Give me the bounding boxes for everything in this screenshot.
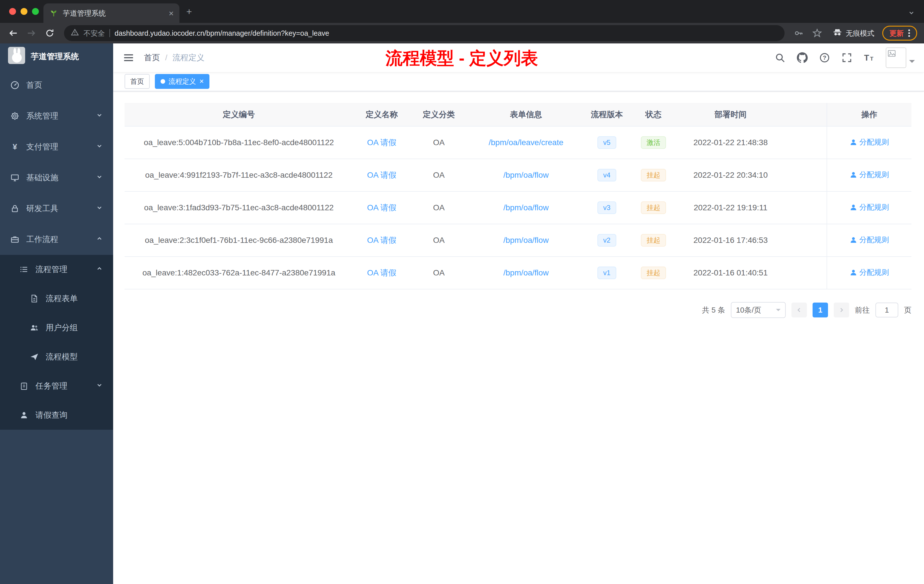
tab-search-caret-icon[interactable] [908,8,915,18]
paper-plane-icon [30,352,39,361]
forward-button[interactable] [24,26,39,41]
table-header-row: 定义编号 定义名称 定义分类 表单信息 流程版本 状态 部署时间 操作 [125,103,911,126]
column-header: 流程版本 [584,103,629,126]
font-size-icon[interactable]: TT [863,52,875,63]
definition-category: OA [410,224,467,257]
security-warning-icon [71,28,79,39]
sidebar-logo[interactable]: 芋道管理系统 [0,43,113,70]
column-header: 表单信息 [467,103,584,126]
new-tab-button[interactable] [186,6,196,16]
browser-tab[interactable]: 芋道管理系统 [43,3,180,23]
column-header: 定义分类 [410,103,467,126]
tab-title: 芋道管理系统 [63,8,164,18]
incognito-icon [833,27,842,39]
current-page-button[interactable]: 1 [813,303,828,317]
prev-page-button[interactable] [792,303,807,317]
fullscreen-icon[interactable] [841,52,853,63]
browser-chrome: 芋道管理系统 不安全 das [0,0,924,43]
table-row: oa_leave:1:482ec033-762a-11ec-8477-a2380… [125,257,911,289]
tab-close-icon[interactable] [168,8,174,18]
sidebar-item-process-management[interactable]: 流程管理 [0,255,113,284]
window-close-button[interactable] [9,8,16,15]
sidebar-item-leave-query[interactable]: 请假查询 [0,401,113,430]
tools-icon [10,204,20,213]
definition-name-link[interactable]: OA 请假 [367,268,396,277]
definition-id: oa_leave:2:3c1f0ef1-76b1-11ec-9c66-a2380… [125,224,353,257]
sidebar-item-label: 流程管理 [35,264,68,275]
help-icon[interactable]: ? [819,52,830,63]
sidebar-item-system-management[interactable]: 系统管理 [0,101,113,132]
chevron-up-icon [96,265,103,274]
sidebar-item-workflow[interactable]: 工作流程 [0,224,113,255]
status-badge: 挂起 [641,267,666,279]
sidebar-item-dev-tools[interactable]: 研发工具 [0,193,113,224]
sidebar-item-task-management[interactable]: 任务管理 [0,371,113,401]
bookmark-star-icon[interactable] [810,26,825,41]
sidebar-item-home[interactable]: 首页 [0,70,113,101]
user-icon [850,139,857,146]
chevron-down-icon [96,173,103,182]
page-size-value: 10条/页 [736,305,761,315]
row-spacer [784,257,827,289]
github-icon[interactable] [797,52,808,63]
svg-text:?: ? [823,54,826,61]
definition-name-link[interactable]: OA 请假 [367,171,396,180]
hamburger-icon[interactable] [122,51,135,64]
payment-icon: ¥ [10,142,20,152]
version-badge: v5 [597,136,616,149]
version-badge: v4 [597,169,616,181]
sidebar-item-payment-management[interactable]: ¥ 支付管理 [0,132,113,162]
breadcrumb-home[interactable]: 首页 [144,52,160,63]
definition-name-link[interactable]: OA 请假 [367,236,396,244]
assign-rule-button[interactable]: 分配规则 [850,235,889,245]
sidebar-item-label: 工作流程 [26,234,58,245]
address-bar[interactable]: 不安全 dashboard.yudao.iocoder.cn/bpm/manag… [64,25,785,41]
table-row: oa_leave:3:1fad3d93-7b75-11ec-a3c8-acde4… [125,191,911,224]
deploy-time: 2022-01-16 01:40:51 [678,257,784,289]
assign-rule-button[interactable]: 分配规则 [850,170,889,180]
assign-rule-button[interactable]: 分配规则 [850,267,889,277]
form-link[interactable]: /bpm/oa/flow [503,236,549,244]
sidebar-submenu: 流程管理 流程表单 用户分组 [0,255,113,430]
sidebar-item-infrastructure[interactable]: 基础设施 [0,162,113,193]
password-key-icon[interactable] [792,26,806,41]
search-icon[interactable] [774,52,786,63]
column-header: 定义名称 [353,103,410,126]
sidebar-item-process-model[interactable]: 流程模型 [0,342,113,371]
sidebar-item-user-group[interactable]: 用户分组 [0,313,113,342]
goto-page-input[interactable] [875,303,898,317]
definition-category: OA [410,159,467,191]
browser-menu-button[interactable]: 更新 [882,26,917,41]
definition-name-link[interactable]: OA 请假 [367,138,396,147]
status-badge: 激活 [641,136,666,149]
user-avatar[interactable] [886,48,915,68]
window-zoom-button[interactable] [32,8,39,15]
list-icon [20,265,28,274]
sidebar-item-label: 系统管理 [26,111,58,121]
deploy-time: 2022-01-22 20:34:10 [678,159,784,191]
tag-process-definition[interactable]: 流程定义 [155,74,210,89]
form-link[interactable]: /bpm/oa/leave/create [488,138,563,147]
definition-name-link[interactable]: OA 请假 [367,203,396,212]
form-icon [30,294,39,303]
sidebar-item-process-form[interactable]: 流程表单 [0,284,113,313]
page-size-select[interactable]: 10条/页 [731,302,786,318]
main-area: 首页 / 流程定义 ? [113,43,924,584]
user-icon [850,269,857,276]
assign-rule-button[interactable]: 分配规则 [850,137,889,147]
definition-id: oa_leave:1:482ec033-762a-11ec-8477-a2380… [125,257,353,289]
assign-rule-button[interactable]: 分配规则 [850,202,889,212]
tag-home[interactable]: 首页 [125,74,150,89]
form-link[interactable]: /bpm/oa/flow [503,171,549,180]
window-minimize-button[interactable] [21,8,27,15]
table-row: oa_leave:5:004b710b-7b8a-11ec-8ef0-acde4… [125,126,911,159]
form-link[interactable]: /bpm/oa/flow [503,203,549,212]
address-divider [109,29,110,37]
reload-button[interactable] [42,26,57,41]
back-button[interactable] [6,26,21,41]
chevron-up-icon [96,235,103,244]
tag-close-icon[interactable] [200,78,204,86]
form-link[interactable]: /bpm/oa/flow [503,268,549,277]
next-page-button[interactable] [834,303,849,317]
screen: 芋道管理系统 不安全 das [0,0,924,584]
